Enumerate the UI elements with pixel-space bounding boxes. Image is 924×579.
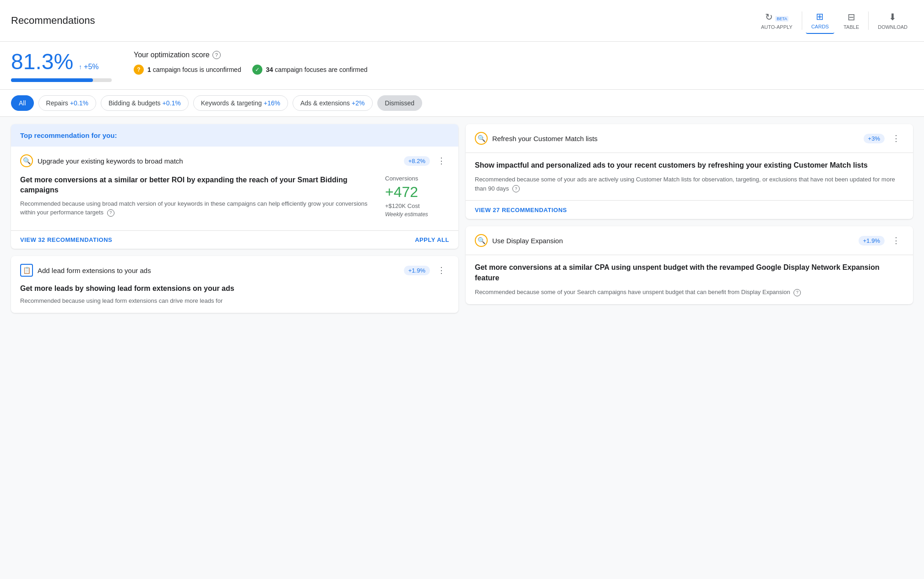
- opt-score-delta: ↑ +5%: [79, 63, 98, 71]
- header-actions: ↻ BETA AUTO-APPLY ⊞ CARDS ⊟ TABLE ⬇ DOWN…: [756, 7, 913, 34]
- warning-icon: ?: [134, 65, 144, 75]
- customer-match-title: Refresh your Customer Match lists: [492, 135, 598, 142]
- lead-form-card: 📋 Add lead form extensions to your ads +…: [11, 256, 458, 313]
- filter-ads-button[interactable]: Ads & extensions +2%: [293, 95, 373, 111]
- download-label: DOWNLOAD: [878, 24, 908, 30]
- customer-match-title-row: 🔍 Refresh your Customer Match lists: [475, 132, 598, 145]
- check-icon: ✓: [252, 65, 262, 75]
- stat-cost: +$120K Cost: [385, 202, 449, 209]
- top-rec-header-text: Top recommendation for you:: [20, 131, 117, 139]
- optimization-help-icon[interactable]: ?: [212, 51, 221, 59]
- display-expansion-card: 🔍 Use Display Expansion +1.9% ⋮ Get more…: [466, 226, 913, 304]
- opt-score-title: Your optimization score ?: [134, 51, 367, 59]
- page-title: Recommendations: [11, 15, 95, 27]
- unconfirmed-text: 1 campaign focus is unconfirmed: [147, 66, 241, 73]
- optimization-section: 81.3% ↑ +5% Your optimization score ? ? …: [0, 42, 924, 90]
- filter-keywords-delta: +16%: [264, 99, 280, 107]
- beta-badge: BETA: [775, 16, 788, 22]
- cards-button[interactable]: ⊞ CARDS: [806, 7, 835, 34]
- display-expansion-desc: Recommended because some of your Search …: [475, 288, 904, 297]
- rec-title: Upgrade your existing keywords to broad …: [38, 157, 183, 165]
- lead-form-body: Get more leads by showing lead form exte…: [11, 284, 458, 313]
- filter-section: All Repairs +0.1% Bidding & budgets +0.1…: [0, 90, 924, 117]
- view-recommendations-link[interactable]: VIEW 32 RECOMMENDATIONS: [20, 236, 112, 243]
- download-icon: ⬇: [889, 11, 897, 22]
- table-button[interactable]: ⊟ TABLE: [838, 8, 864, 33]
- display-expansion-headline: Get more conversions at a similar CPA us…: [475, 262, 904, 283]
- rec-main-headline: Get more conversions at a similar or bet…: [20, 175, 374, 196]
- lead-form-more-button[interactable]: ⋮: [434, 263, 449, 277]
- top-rec-body: 🔍 Upgrade your existing keywords to broa…: [11, 147, 458, 230]
- rec-desc-help-icon[interactable]: ?: [107, 209, 114, 217]
- lead-form-icon: 📋: [20, 264, 33, 277]
- progress-bar: [11, 78, 112, 82]
- display-expansion-title: Use Display Expansion: [492, 237, 563, 245]
- top-recommendation-card: Top recommendation for you: 🔍 Upgrade yo…: [11, 124, 458, 249]
- filter-keywords-button[interactable]: Keywords & targeting +16%: [193, 95, 288, 111]
- cards-label: CARDS: [811, 24, 829, 29]
- left-column: Top recommendation for you: 🔍 Upgrade yo…: [11, 124, 458, 476]
- filter-keywords-label: Keywords & targeting: [201, 99, 262, 107]
- customer-match-desc: Recommended because some of your ads are…: [475, 175, 904, 193]
- filter-ads-delta: +2%: [352, 99, 364, 107]
- filter-repairs-delta: +0.1%: [70, 99, 88, 107]
- top-rec-header: Top recommendation for you:: [11, 124, 458, 147]
- right-column: 🔍 Refresh your Customer Match lists +3% …: [466, 124, 913, 476]
- lead-form-headline: Get more leads by showing lead form exte…: [20, 284, 449, 293]
- filter-repairs-button[interactable]: Repairs +0.1%: [38, 95, 96, 111]
- filter-bidding-delta: +0.1%: [163, 99, 181, 107]
- lead-form-badge: +1.9%: [404, 266, 430, 275]
- page-header: Recommendations ↻ BETA AUTO-APPLY ⊞ CARD…: [0, 0, 924, 42]
- lead-form-title-row: 📋 Add lead form extensions to your ads: [20, 264, 151, 277]
- confirmed-count: 34: [266, 66, 273, 73]
- auto-apply-label: AUTO-APPLY: [761, 24, 793, 30]
- unconfirmed-status: ? 1 campaign focus is unconfirmed: [134, 65, 241, 75]
- campaign-status-row: ? 1 campaign focus is unconfirmed ✓ 34 c…: [134, 65, 367, 75]
- divider: [802, 11, 802, 30]
- main-content: Top recommendation for you: 🔍 Upgrade yo…: [0, 117, 924, 483]
- display-expansion-help-icon[interactable]: ?: [794, 289, 801, 296]
- customer-match-headline: Show impactful and personalized ads to y…: [475, 160, 904, 170]
- customer-match-search-icon: 🔍: [475, 132, 488, 145]
- rec-main-text: Get more conversions at a similar or bet…: [20, 175, 374, 218]
- progress-bar-fill: [11, 78, 93, 82]
- more-options-button[interactable]: ⋮: [434, 154, 449, 168]
- filter-dismissed-button[interactable]: Dismissed: [377, 95, 423, 111]
- top-rec-footer: VIEW 32 RECOMMENDATIONS APPLY ALL: [11, 230, 458, 249]
- cards-icon: ⊞: [816, 11, 824, 22]
- filter-bidding-button[interactable]: Bidding & budgets +0.1%: [101, 95, 189, 111]
- stat-weekly: Weekly estimates: [385, 211, 449, 218]
- customer-match-card: 🔍 Refresh your Customer Match lists +3% …: [466, 124, 913, 219]
- customer-match-view-link[interactable]: VIEW 27 RECOMMENDATIONS: [475, 207, 567, 213]
- apply-all-link[interactable]: APPLY ALL: [415, 236, 449, 243]
- filter-repairs-label: Repairs: [46, 99, 68, 107]
- unconfirmed-count: 1: [147, 66, 151, 73]
- rec-stats: Conversions +472 +$120K Cost Weekly esti…: [385, 175, 449, 218]
- table-icon: ⊟: [848, 11, 855, 22]
- display-expansion-search-icon: 🔍: [475, 234, 488, 247]
- filter-all-button[interactable]: All: [11, 95, 34, 111]
- unconfirmed-label: campaign focus is unconfirmed: [153, 66, 241, 73]
- confirmed-status: ✓ 34 campaign focuses are confirmed: [252, 65, 368, 75]
- auto-apply-button[interactable]: ↻ BETA AUTO-APPLY: [756, 8, 798, 33]
- table-label: TABLE: [843, 24, 859, 30]
- opt-score-number: 81.3%: [11, 51, 73, 73]
- filter-ads-label: Ads & extensions: [300, 99, 350, 107]
- customer-match-badge: +3%: [864, 134, 885, 143]
- customer-match-more-button[interactable]: ⋮: [888, 131, 904, 145]
- rec-main-desc: Recommended because using broad match ve…: [20, 199, 374, 217]
- customer-match-help-icon[interactable]: ?: [512, 185, 520, 192]
- opt-score-left: 81.3% ↑ +5%: [11, 51, 112, 82]
- download-button[interactable]: ⬇ DOWNLOAD: [872, 8, 913, 33]
- confirmed-text: 34 campaign focuses are confirmed: [266, 66, 368, 73]
- opt-delta-value: +5%: [84, 63, 98, 71]
- opt-score-title-text: Your optimization score: [134, 51, 210, 59]
- display-expansion-more-button[interactable]: ⋮: [888, 234, 904, 247]
- rec-item-header: 🔍 Upgrade your existing keywords to broa…: [20, 154, 449, 168]
- lead-form-header: 📋 Add lead form extensions to your ads +…: [11, 256, 458, 284]
- stat-value: +472: [385, 184, 449, 201]
- arrow-up-icon: ↑: [79, 63, 82, 71]
- auto-apply-icon: ↻ BETA: [765, 11, 788, 22]
- customer-match-header: 🔍 Refresh your Customer Match lists +3% …: [466, 124, 913, 153]
- rec-title-row: 🔍 Upgrade your existing keywords to broa…: [20, 154, 183, 167]
